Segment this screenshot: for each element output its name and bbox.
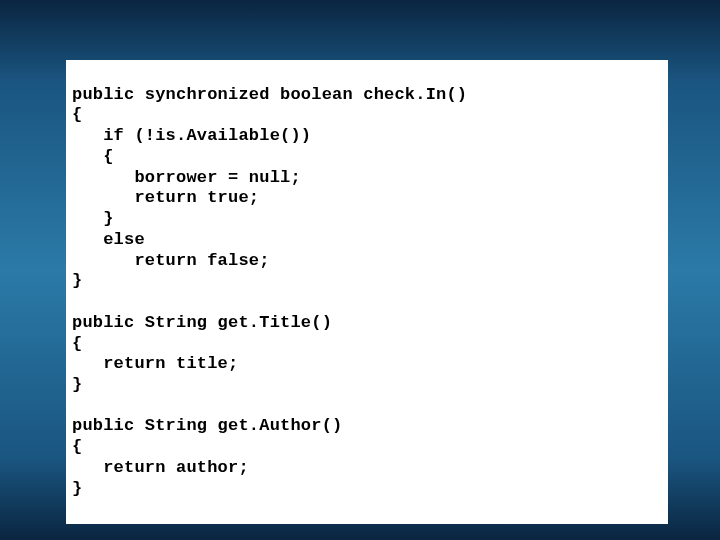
code-line: { (72, 437, 82, 456)
code-line: return title; (72, 354, 238, 373)
code-line: if (!is.Available()) (72, 126, 311, 145)
slide: public synchronized boolean check.In() {… (0, 0, 720, 540)
code-line: { (72, 334, 82, 353)
code-line: return false; (72, 251, 270, 270)
code-line: } (72, 479, 82, 498)
code-line: public synchronized boolean check.In() (72, 85, 467, 104)
code-line: else (72, 230, 145, 249)
code-line: borrower = null; (72, 168, 301, 187)
code-block: public synchronized boolean check.In() {… (66, 60, 668, 524)
code-line: return true; (72, 188, 259, 207)
code-line: } (72, 271, 82, 290)
code-line: { (72, 147, 114, 166)
code-line: { (72, 105, 82, 124)
code-line: public String get.Author() (72, 416, 342, 435)
code-line: return author; (72, 458, 249, 477)
code-line: public String get.Title() (72, 313, 332, 332)
code-line: } (72, 209, 114, 228)
code-line: } (72, 375, 82, 394)
